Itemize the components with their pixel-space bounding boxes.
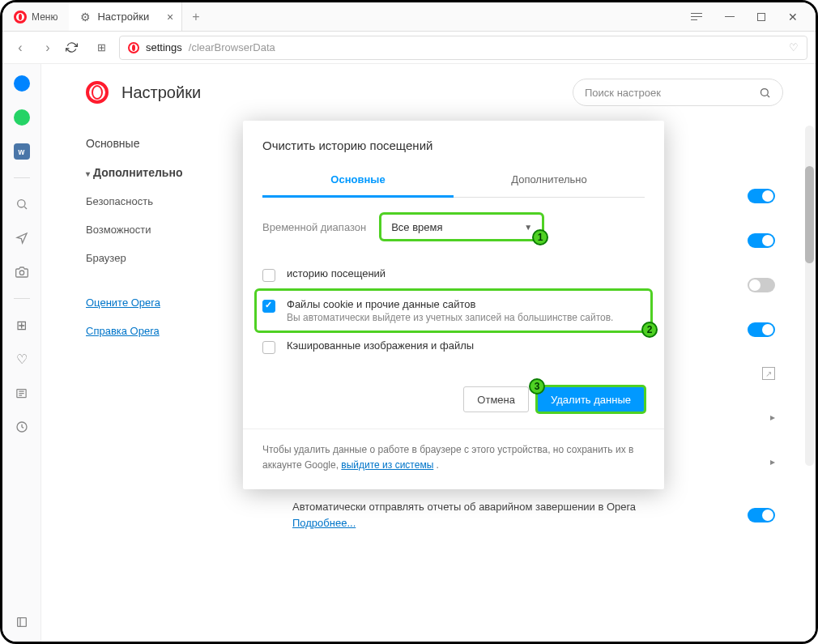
toggle-switch[interactable] [748,508,775,522]
settings-search[interactable]: Поиск настроек [573,79,783,106]
page-title: Настройки [121,83,201,102]
snapshot-icon[interactable] [14,264,30,280]
check-cache[interactable]: Кэшированные изображения и файлы [262,331,645,362]
dialog-actions: Отмена Удалить данные 3 [243,362,664,429]
cancel-button[interactable]: Отмена [463,386,529,412]
history-icon[interactable] [14,419,30,435]
checkbox[interactable] [262,341,275,354]
checkbox[interactable] [262,269,275,282]
address-bar: ‹ › ⊞ settings/clearBrowserData ♡ [2,32,816,64]
bookmark-icon[interactable]: ♡ [789,41,799,53]
dialog-title: Очистить историю посещений [243,121,664,164]
external-link-icon: ↗ [762,367,775,380]
divider [14,177,30,178]
dialog-tabs: Основные Дополнительно [262,164,645,198]
speed-dial-button[interactable]: ⊞ [92,41,111,53]
maximize-button[interactable] [757,13,765,21]
toggle-switch[interactable] [748,322,775,337]
toggle-switch[interactable] [748,233,775,248]
svg-point-1 [19,271,23,275]
back-button[interactable]: ‹ [11,41,30,55]
url-field[interactable]: settings/clearBrowserData ♡ [119,36,807,60]
whatsapp-icon[interactable] [14,109,30,126]
minimize-button[interactable] [725,16,735,17]
close-icon[interactable]: × [167,11,173,23]
check-history[interactable]: историю посещений [262,259,645,290]
dialog-footer: Чтобы удалить данные о работе в браузере… [243,429,664,489]
checkbox[interactable] [262,300,275,313]
news-icon[interactable] [14,385,30,401]
gear-icon: ⚙ [80,11,91,23]
nav-features[interactable]: Возможности [86,215,219,244]
sidebar-settings-icon[interactable] [14,614,30,630]
opera-logo-icon [86,81,109,104]
nav-browser[interactable]: Браузер [86,244,219,272]
url-host: settings [146,41,182,53]
check-cookies[interactable]: Файлы cookie и прочие данные сайтов Вы а… [256,290,651,331]
tab-advanced[interactable]: Дополнительно [454,164,645,197]
window-controls: ✕ [691,11,816,23]
annotation-badge-1: 1 [532,229,548,245]
forward-button[interactable]: › [38,41,58,55]
settings-page: Настройки Поиск настроек Основные Дополн… [41,64,816,642]
sidebar: w ⊞ ♡ [2,64,41,642]
tab-settings[interactable]: ⚙ Настройки × [69,2,182,31]
divider [14,298,30,299]
nav-rate[interactable]: Оцените Opera [86,288,219,317]
speed-dial-icon[interactable]: ⊞ [14,317,30,333]
check-label: Кэшированные изображения и файлы [287,339,474,352]
chevron-right-icon: ▸ [770,456,775,467]
time-range-select[interactable]: Все время ▼ 1 [381,214,543,240]
bookmarks-icon[interactable]: ♡ [14,351,30,367]
browser-window: Меню ⚙ Настройки × + ✕ ‹ › ⊞ settings/cl… [0,0,818,644]
nav-security[interactable]: Безопасность [86,187,219,215]
tab-basic[interactable]: Основные [262,164,454,198]
annotation-badge-2: 2 [641,322,658,338]
settings-nav: Основные Дополнительно Безопасность Возм… [86,129,219,345]
svg-rect-4 [17,618,26,627]
opera-logo-icon [14,11,27,23]
messenger-icon[interactable] [14,75,30,92]
sign-out-link[interactable]: выйдите из системы [341,459,433,471]
search-icon[interactable] [14,196,30,212]
chevron-right-icon: ▸ [770,412,775,423]
time-range-value: Все время [391,221,442,233]
setting-row[interactable]: Автоматически отправлять отчеты об авари… [284,484,783,545]
easy-setup-icon[interactable] [691,13,702,20]
new-tab-button[interactable]: + [182,10,209,24]
url-path: /clearBrowserData [189,41,275,53]
close-button[interactable]: ✕ [788,11,798,23]
time-range-row: Временной диапазон Все время ▼ 1 [262,214,645,240]
dialog-body: Временной диапазон Все время ▼ 1 историю… [243,198,664,362]
nav-help[interactable]: Справка Opera [86,317,219,345]
vk-icon[interactable]: w [14,143,30,160]
check-label: Файлы cookie и прочие данные сайтов [287,298,613,310]
learn-more-link[interactable]: Подробнее... [292,517,356,529]
nav-advanced[interactable]: Дополнительно [86,158,219,187]
tab-title: Настройки [97,11,149,23]
reload-button[interactable] [66,41,83,53]
search-placeholder: Поиск настроек [585,87,661,99]
svg-point-0 [17,200,24,207]
opera-menu-button[interactable]: Меню [2,2,69,31]
flow-icon[interactable] [14,230,30,246]
search-icon [759,87,771,99]
clear-data-dialog: Очистить историю посещений Основные Допо… [243,121,664,489]
scrollbar-thumb[interactable] [805,166,814,263]
annotation-badge-3: 3 [529,378,545,395]
toggle-switch[interactable] [748,189,775,203]
chevron-down-icon: ▼ [524,223,532,232]
titlebar: Меню ⚙ Настройки × + ✕ [2,2,816,32]
opera-page-icon [128,42,139,53]
page-header: Настройки Поиск настроек [41,64,816,117]
scrollbar-track[interactable] [805,126,814,466]
menu-label: Меню [32,11,58,23]
nav-basic[interactable]: Основные [86,129,219,158]
check-sublabel: Вы автоматически выйдете из учетных запи… [287,312,613,323]
time-range-label: Временной диапазон [262,221,366,233]
toggle-switch[interactable] [748,278,775,292]
check-label: историю посещений [287,267,386,279]
clear-data-button[interactable]: Удалить данные [537,386,645,412]
svg-point-5 [761,88,769,96]
